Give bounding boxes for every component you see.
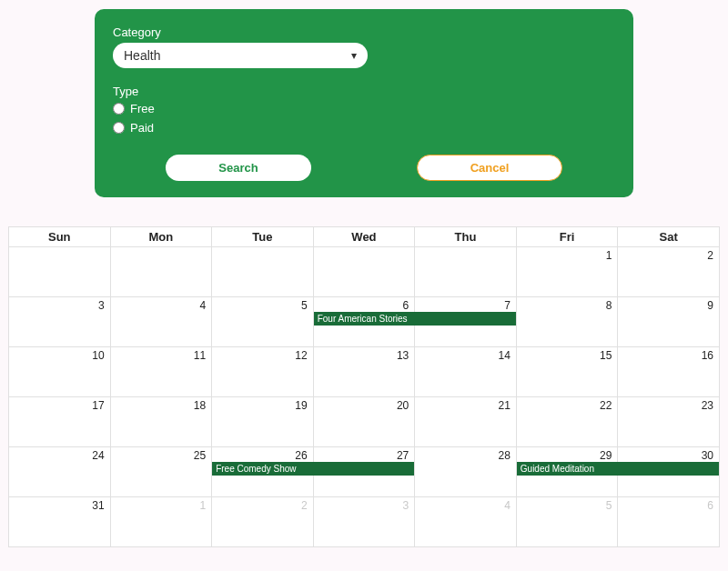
calendar-day-cell[interactable]: 25 <box>110 447 212 497</box>
day-number: 22 <box>600 399 612 412</box>
day-number: 3 <box>98 299 105 312</box>
day-number: 27 <box>397 449 409 462</box>
day-number: 26 <box>295 449 307 462</box>
day-number: 16 <box>702 349 713 362</box>
day-number: 15 <box>600 349 612 362</box>
calendar-day-cell[interactable]: 5 <box>516 497 618 547</box>
day-number: 2 <box>707 249 713 262</box>
category-select-wrap: Health <box>113 43 368 68</box>
type-free-row: Free <box>113 102 615 115</box>
day-number: 21 <box>498 399 510 412</box>
calendar-event[interactable]: Free Comedy Show <box>212 462 414 476</box>
calendar-day-cell[interactable]: 8 <box>516 297 618 347</box>
type-free-label: Free <box>130 102 155 115</box>
day-number: 6 <box>403 299 410 312</box>
day-number: 4 <box>199 299 206 312</box>
type-free-radio[interactable] <box>113 103 125 115</box>
calendar-day-cell[interactable]: 6 <box>618 497 720 547</box>
calendar-day-cell[interactable]: 24 <box>9 447 111 497</box>
day-number: 31 <box>92 499 104 512</box>
day-number: 11 <box>194 349 206 362</box>
day-number: 2 <box>301 499 308 512</box>
calendar-day-header: Fri <box>516 227 618 247</box>
type-label: Type <box>113 85 615 98</box>
category-select[interactable]: Health <box>113 43 368 68</box>
calendar-day-cell[interactable] <box>9 247 111 297</box>
day-number: 23 <box>702 399 713 412</box>
day-number: 4 <box>504 499 511 512</box>
calendar-day-cell[interactable]: 18 <box>110 397 212 447</box>
day-number: 17 <box>92 399 104 412</box>
day-number: 7 <box>504 299 511 312</box>
day-number: 29 <box>600 449 612 462</box>
type-paid-row: Paid <box>113 121 615 135</box>
calendar-day-cell[interactable]: 10 <box>9 347 111 397</box>
calendar-day-cell[interactable]: 20 <box>313 397 415 447</box>
day-number: 13 <box>397 349 409 362</box>
calendar-day-cell[interactable]: 19 <box>212 397 314 447</box>
calendar-day-cell[interactable]: 17 <box>9 397 111 447</box>
calendar-day-cell[interactable]: 16 <box>618 347 720 397</box>
calendar-day-cell[interactable]: 29Guided Meditation <box>516 447 618 497</box>
calendar-day-cell[interactable]: 5 <box>212 297 314 347</box>
calendar-day-cell[interactable]: 11 <box>110 347 212 397</box>
calendar-day-cell[interactable] <box>313 247 415 297</box>
day-number: 18 <box>194 399 206 412</box>
calendar-day-cell[interactable]: 22 <box>516 397 618 447</box>
calendar-day-cell[interactable] <box>212 247 314 297</box>
calendar-day-cell[interactable]: 2 <box>212 497 314 547</box>
calendar-day-cell[interactable]: 15 <box>516 347 618 397</box>
calendar-day-header: Tue <box>212 227 314 247</box>
calendar-day-cell[interactable]: 13 <box>313 347 415 397</box>
calendar-day-header: Sat <box>618 227 720 247</box>
search-button[interactable]: Search <box>166 155 311 181</box>
calendar-day-cell[interactable]: 3 <box>313 497 415 547</box>
day-number: 5 <box>606 499 612 512</box>
day-number: 3 <box>403 499 410 512</box>
type-paid-radio[interactable] <box>113 122 125 134</box>
day-number: 12 <box>295 349 307 362</box>
day-number: 14 <box>498 349 510 362</box>
calendar-day-cell[interactable]: 6Four American Stories <box>313 297 415 347</box>
day-number: 30 <box>702 449 713 462</box>
calendar-day-cell[interactable]: 1 <box>110 497 212 547</box>
day-number: 8 <box>606 299 612 312</box>
day-number: 10 <box>92 349 104 362</box>
day-number: 19 <box>295 399 307 412</box>
calendar-day-cell[interactable]: 3 <box>9 297 111 347</box>
calendar-day-cell[interactable]: 31 <box>9 497 111 547</box>
day-number: 6 <box>707 499 713 512</box>
calendar-day-cell[interactable]: 14 <box>415 347 517 397</box>
day-number: 20 <box>397 399 409 412</box>
filter-buttons: Search Cancel <box>113 155 615 181</box>
calendar-day-header: Sun <box>9 227 111 247</box>
calendar-day-header: Mon <box>110 227 212 247</box>
calendar-event[interactable]: Guided Meditation <box>517 462 719 476</box>
calendar-day-cell[interactable]: 4 <box>415 497 517 547</box>
calendar-day-cell[interactable]: 4 <box>110 297 212 347</box>
filter-panel: Category Health Type Free Paid Search Ca… <box>95 9 633 197</box>
calendar-day-header: Wed <box>313 227 415 247</box>
calendar-day-cell[interactable]: 28 <box>415 447 517 497</box>
calendar-day-cell[interactable]: 26Free Comedy Show <box>212 447 314 497</box>
day-number: 1 <box>199 499 206 512</box>
calendar-day-cell[interactable]: 12 <box>212 347 314 397</box>
day-number: 25 <box>194 449 206 462</box>
calendar-day-cell[interactable] <box>415 247 517 297</box>
day-number: 28 <box>498 449 510 462</box>
calendar-day-cell[interactable]: 2 <box>618 247 720 297</box>
calendar-day-header: Thu <box>415 227 517 247</box>
calendar-day-cell[interactable]: 23 <box>618 397 720 447</box>
cancel-button[interactable]: Cancel <box>417 155 562 181</box>
type-paid-label: Paid <box>130 121 154 135</box>
calendar-day-cell[interactable]: 1 <box>516 247 618 297</box>
calendar-day-cell[interactable] <box>110 247 212 297</box>
calendar-day-cell[interactable]: 9 <box>618 297 720 347</box>
calendar-event[interactable]: Four American Stories <box>314 312 516 326</box>
day-number: 5 <box>301 299 308 312</box>
day-number: 24 <box>92 449 104 462</box>
category-label: Category <box>113 25 615 39</box>
day-number: 1 <box>606 249 612 262</box>
day-number: 9 <box>707 299 713 312</box>
calendar-day-cell[interactable]: 21 <box>415 397 517 447</box>
